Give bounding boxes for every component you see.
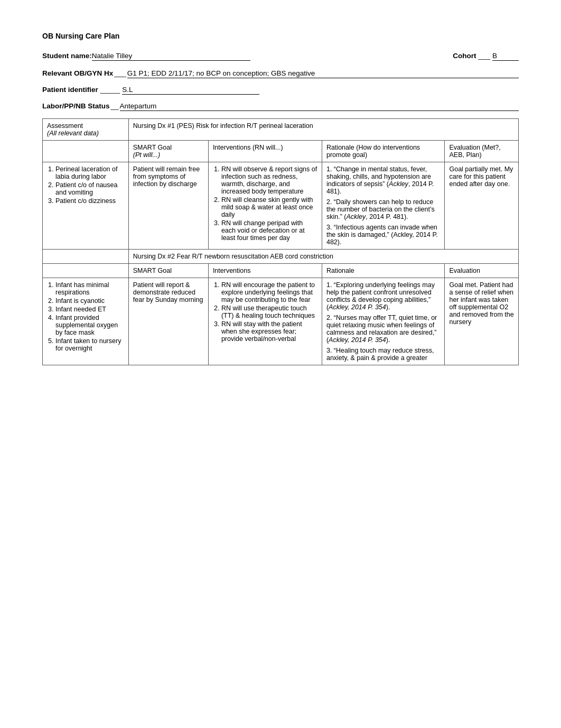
list-item: RN will observe & report signs of infect… <box>221 165 317 195</box>
dx2-evaluation-header: Evaluation <box>445 264 519 278</box>
cohort-label: Cohort <box>453 52 476 60</box>
dx2-col-headers: SMART Goal Interventions Rationale Evalu… <box>43 264 519 278</box>
list-item: Perineal laceration of labia during labo… <box>55 165 124 180</box>
list-item: Patient c/o dizziness <box>55 197 124 205</box>
dx1-col-headers: SMART Goal (Pt will...) Interventions (R… <box>43 141 519 162</box>
patient-label: Patient identifier <box>42 86 98 94</box>
assessment-subheader: (All relevant data) <box>47 130 124 137</box>
dx2-evaluation: Goal met. Patient had a sense of relief … <box>445 278 519 365</box>
list-item: RN will cleanse skin gently with mild so… <box>221 196 317 218</box>
list-item: Infant has minimal respirations <box>55 281 124 296</box>
dx2-interventions: RN will encourage the patient to explore… <box>208 278 322 365</box>
dx2-rationale: 1. “Exploring underlying feelings may he… <box>322 278 445 365</box>
list-item: RN will stay with the patient when she e… <box>221 320 317 343</box>
page-title: OB Nursing Care Plan <box>42 32 519 40</box>
list-item: Infant provided supplemental oxygen by f… <box>55 314 124 336</box>
dx2-rationale-header: Rationale <box>322 264 445 278</box>
evaluation-header: Evaluation (Met?, AEB, Plan) <box>445 141 519 162</box>
cohort-value: B <box>492 52 519 61</box>
dx1-assessment: Perineal laceration of labia during labo… <box>43 162 129 250</box>
dx2-smart-header: SMART Goal <box>128 264 208 278</box>
dx2-header-row: Nursing Dx #2 Fear R/T newborn resuscita… <box>43 250 519 264</box>
dx2-content-row: Infant has minimal respirations Infant i… <box>43 278 519 365</box>
list-item: RN will use therapeutic touch (TT) & hea… <box>221 305 317 319</box>
student-value: Natalie Tilley <box>92 52 250 61</box>
status-value: Antepartum <box>120 102 519 111</box>
list-item: RN will encourage the patient to explore… <box>221 281 317 303</box>
dx1-content-row: Perineal laceration of labia during labo… <box>43 162 519 250</box>
dx1-interventions: RN will observe & report signs of infect… <box>208 162 322 250</box>
assessment-header: Assessment <box>47 122 124 130</box>
smart-goal-header: SMART Goal (Pt will...) <box>128 141 208 162</box>
dx1-evaluation: Goal partially met. My care for this pat… <box>445 162 519 250</box>
student-label: Student name: <box>42 52 92 60</box>
hx-label: Relevant OB/GYN Hx <box>42 69 113 77</box>
dx2-label: Nursing Dx #2 Fear R/T newborn resuscita… <box>128 250 518 264</box>
list-item: Patient c/o of nausea and vomiting <box>55 181 124 196</box>
interventions-header: Interventions (RN will...) <box>208 141 322 162</box>
patient-value: S.L <box>122 86 259 95</box>
hx-value: G1 P1; EDD 2/11/17; no BCP on conception… <box>127 69 519 78</box>
list-item: Infant is cyanotic <box>55 297 124 305</box>
dx2-smart: Patient will report & demonstrate reduce… <box>128 278 208 365</box>
dx2-assessment: Infant has minimal respirations Infant i… <box>43 278 129 365</box>
dx1-label: Nursing Dx #1 (PES) Risk for infection R… <box>128 119 518 141</box>
dx1-smart: Patient will remain free from symptoms o… <box>128 162 208 250</box>
list-item: Infant needed ET <box>55 306 124 313</box>
dx1-rationale: 1. “Change in mental status, fever, shak… <box>322 162 445 250</box>
dx2-interventions-header: Interventions <box>208 264 322 278</box>
list-item: Infant taken to nursery for overnight <box>55 337 124 352</box>
list-item: RN will change peripad with each void or… <box>221 219 317 242</box>
dx1-header-row: Assessment (All relevant data) Nursing D… <box>43 119 519 141</box>
rationale-header: Rationale (How do interventions promote … <box>322 141 445 162</box>
status-label: Labor/PP/NB Status <box>42 102 110 110</box>
care-plan-table: Assessment (All relevant data) Nursing D… <box>42 118 519 365</box>
